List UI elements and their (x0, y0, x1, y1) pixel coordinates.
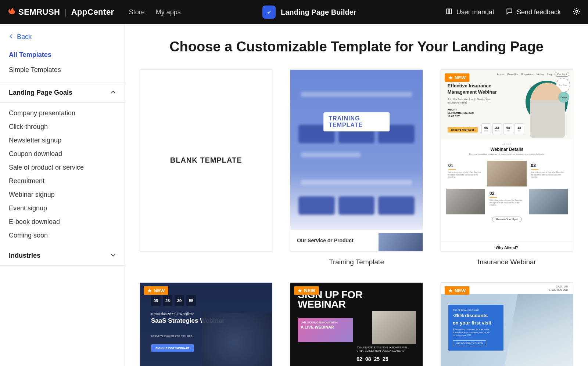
send-feedback-link[interactable]: Send feedback (506, 8, 561, 17)
insurance-mid: ABOUT Webinar Details Discover essential… (441, 143, 573, 155)
back-label: Back (17, 33, 32, 41)
brand-name: SEMRUSH (18, 7, 60, 17)
goal-sale-product-service[interactable]: Sale of product or service (0, 161, 125, 174)
section-landing-goals-items: Company presentation Click-through Newsl… (0, 103, 125, 246)
goal-webinar-signup[interactable]: Webinar signup (0, 188, 125, 202)
training-blur-bg (290, 70, 422, 251)
app-title: Landing Page Builder (281, 8, 356, 17)
new-badge: ★ NEW (445, 73, 469, 82)
chat-icon (506, 8, 513, 17)
dental-phone: CALL US +1 000 000 000 (547, 285, 568, 292)
insurance-photo: For Free Online (521, 77, 569, 138)
template-title-training: Training Template (329, 258, 384, 266)
saas-cta: SIGN UP FOR WEBINAR (151, 344, 194, 352)
wlive-countdown: 02082525 (356, 356, 388, 362)
new-badge: ★ NEW (445, 286, 469, 295)
template-card-dental[interactable]: ★ NEW CALL US +1 000 000 000 GET SPECIAL… (441, 282, 573, 366)
flame-icon (7, 7, 16, 18)
sidebar-all-templates[interactable]: All Templates (0, 47, 125, 62)
main-content: Choose a Customizable Template for Your … (125, 24, 588, 366)
chevron-up-icon (111, 89, 116, 97)
template-card-insurance[interactable]: ★ NEW AboutBenefitsSpeakersVideoFaqConta… (441, 69, 573, 266)
header-actions: User manual Send feedback (445, 7, 581, 17)
saas-pretitle: Revolutionize Your Workflow: (151, 312, 194, 316)
wlive-subtitle: JOIN US FOR EXCLUSIVE INSIGHTS AND STRAT… (356, 346, 412, 352)
chevron-left-icon (9, 33, 13, 41)
training-bottom-image (379, 233, 423, 251)
top-nav: Store My apps (129, 8, 181, 16)
saas-subtitle: Exclusive insights into next-gen (151, 334, 192, 337)
goal-event-signup[interactable]: Event signup (0, 202, 125, 215)
template-thumb-insurance: ★ NEW AboutBenefitsSpeakersVideoFaqConta… (441, 69, 573, 251)
app-icon (262, 6, 276, 19)
template-title-insurance: Insurance Webinar (478, 258, 536, 266)
nav-my-apps[interactable]: My apps (156, 8, 181, 16)
new-badge-label: NEW (154, 288, 165, 293)
template-thumb-training: TRAINING TEMPLATE Our Service or Product (290, 69, 423, 251)
goal-click-through[interactable]: Click-through (0, 120, 125, 134)
section-landing-goals[interactable]: Landing Page Goals (0, 83, 125, 103)
insurance-cta: Reserve Your Spot (448, 127, 478, 133)
template-card-training[interactable]: TRAINING TEMPLATE Our Service or Product… (290, 69, 423, 266)
section-industries-label: Industries (9, 252, 40, 260)
goal-company-presentation[interactable]: Company presentation (0, 106, 125, 120)
brand-sub: AppCenter (71, 7, 114, 17)
new-badge: ★ NEW (294, 286, 319, 295)
star-icon: ★ (448, 288, 453, 293)
new-badge: ★ NEW (144, 286, 168, 295)
goal-recruitment[interactable]: Recruitment (0, 174, 125, 188)
insurance-nav: AboutBenefitsSpeakersVideoFaqContact (497, 72, 569, 77)
settings-button[interactable] (573, 7, 581, 17)
template-thumb-live-webinar: ★ NEW SIGN UP FOR WEBINAR UNLOCKING INNO… (290, 282, 423, 366)
template-thumb-saas: ★ NEW 05233955 Revolutionize Your Workfl… (140, 282, 272, 366)
template-thumb-dental: ★ NEW CALL US +1 000 000 000 GET SPECIAL… (441, 282, 573, 366)
insurance-why: Why Attend? (441, 242, 573, 250)
template-card-live-webinar[interactable]: ★ NEW SIGN UP FOR WEBINAR UNLOCKING INNO… (290, 282, 423, 366)
topbar: SEMRUSH | AppCenter Store My apps Landin… (0, 0, 588, 24)
template-grid: BLANK TEMPLATE TRAINING TEMPLATE Our Ser (140, 69, 573, 366)
book-icon (445, 8, 453, 17)
dental-panel: GET SPECIAL DISCOUNT -25% discounts on y… (448, 305, 503, 351)
template-card-blank[interactable]: BLANK TEMPLATE (140, 69, 272, 266)
saas-image (202, 313, 272, 366)
training-bottom-text: Our Service or Product (297, 238, 353, 243)
sidebar: Back All Templates Simple Templates Land… (0, 24, 125, 366)
nav-store[interactable]: Store (129, 8, 145, 16)
blank-template-label: BLANK TEMPLATE (170, 156, 242, 164)
insurance-grid: 01Add a description of your offer. Descr… (446, 161, 568, 214)
insurance-reserve-btn: Reserve Your Spot (492, 217, 521, 222)
back-link[interactable]: Back (0, 31, 125, 47)
template-card-saas[interactable]: ★ NEW 05233955 Revolutionize Your Workfl… (140, 282, 272, 366)
insurance-date: FRIDAY SEPTEMBER 20, 2024 17:00 EST (448, 108, 474, 118)
svg-point-0 (576, 10, 578, 12)
sidebar-simple-templates[interactable]: Simple Templates (0, 62, 125, 77)
section-industries[interactable]: Industries (0, 246, 125, 266)
page-title: Choose a Customizable Template for Your … (140, 39, 573, 55)
saas-countdown: 05233955 (151, 295, 196, 306)
goal-ebook-download[interactable]: E-book download (0, 215, 125, 229)
goal-newsletter-signup[interactable]: Newsletter signup (0, 134, 125, 147)
wlive-image (372, 311, 416, 344)
star-icon: ★ (147, 288, 152, 293)
brand-divider: | (65, 7, 67, 17)
section-landing-goals-label: Landing Page Goals (9, 89, 72, 97)
user-manual-link[interactable]: User manual (445, 8, 494, 17)
template-thumb-blank: BLANK TEMPLATE (140, 69, 272, 251)
training-bottom-strip: Our Service or Product (290, 230, 422, 251)
insurance-subtitle: Join Our Free Webinar to Master Your Ins… (448, 98, 492, 104)
brand-logo[interactable]: SEMRUSH | AppCenter (7, 7, 114, 18)
new-badge-label: NEW (455, 75, 466, 80)
gear-icon (573, 10, 581, 17)
star-icon: ★ (298, 288, 302, 293)
training-chip: TRAINING TEMPLATE (323, 112, 390, 131)
new-badge-label: NEW (304, 288, 315, 293)
star-icon: ★ (448, 75, 453, 80)
insurance-countdown: 06days 23hours 58min 18sec (481, 123, 524, 134)
goal-coupon-download[interactable]: Coupon download (0, 147, 125, 161)
new-badge-label: NEW (455, 288, 466, 293)
insurance-heading: Effective Insurance Management Webinar (448, 83, 499, 95)
send-feedback-label: Send feedback (517, 8, 561, 16)
user-manual-label: User manual (456, 8, 494, 16)
goal-coming-soon[interactable]: Coming soon (0, 229, 125, 242)
chevron-down-icon (111, 252, 116, 260)
